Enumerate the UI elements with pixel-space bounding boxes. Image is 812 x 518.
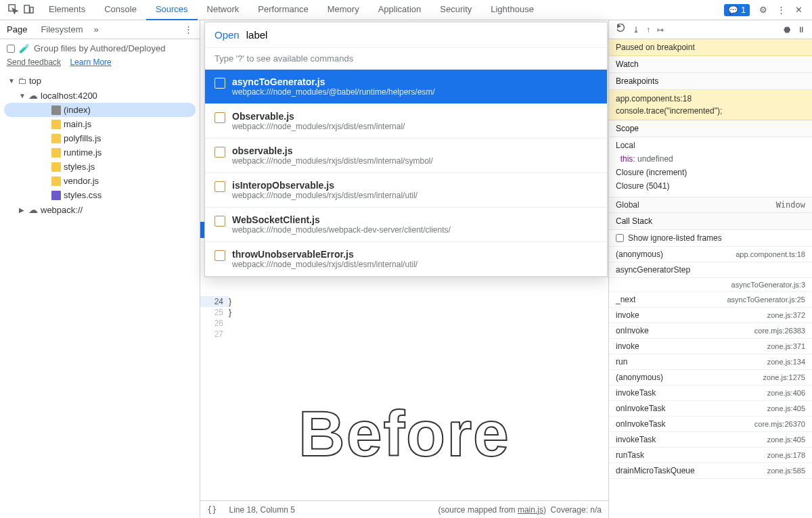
device-toolbar-icon[interactable]: [24, 4, 34, 16]
tree-item[interactable]: (index): [4, 103, 196, 117]
tree-item[interactable]: ▼🗀top: [4, 74, 196, 88]
pretty-print-icon[interactable]: {}: [207, 505, 217, 515]
tree-item[interactable]: polyfills.js: [4, 131, 196, 145]
tab-filesystem[interactable]: Filesystem: [34, 20, 89, 39]
stack-frame[interactable]: _nextasyncToGenerator.js:25: [609, 292, 812, 308]
issues-badge[interactable]: 💬 1: [724, 4, 750, 16]
palette-result[interactable]: observable.jswebpack:///node_modules/rxj…: [205, 139, 607, 173]
file-icon: [215, 78, 225, 89]
tab-security[interactable]: Security: [430, 0, 481, 20]
group-files-toggle[interactable]: 🧪 Group files by Authored/Deployed: [0, 39, 200, 57]
scope-global[interactable]: GlobalWindow: [609, 197, 812, 213]
inspect-element-icon[interactable]: [8, 4, 18, 16]
scope-section[interactable]: Scope: [609, 120, 812, 137]
file-icon: [215, 181, 225, 192]
tab-lighthouse[interactable]: Lighthouse: [481, 0, 543, 20]
tree-item[interactable]: styles.js: [4, 160, 196, 174]
tab-sources[interactable]: Sources: [146, 0, 198, 20]
more-tabs-icon[interactable]: »: [90, 24, 103, 34]
editor-footer: {} Line 18, Column 5 (source mapped from…: [200, 500, 608, 518]
before-overlay: Before: [298, 397, 510, 471]
settings-icon[interactable]: ⚙: [759, 5, 767, 15]
stack-frame[interactable]: invokezone.js:371: [609, 339, 812, 354]
file-icon: [215, 112, 225, 123]
navigator-menu-icon[interactable]: ⋮: [177, 24, 200, 34]
stack-frame[interactable]: onInvokecore.mjs:26383: [609, 323, 812, 339]
tab-page[interactable]: Page: [0, 20, 34, 39]
breakpoints-section[interactable]: Breakpoints: [609, 73, 812, 90]
breakpoint-detail[interactable]: app.component.ts:18 console.trace("incre…: [609, 90, 812, 120]
stack-frame[interactable]: invokezone.js:372: [609, 308, 812, 323]
command-palette: Open Type '?' to see available commands …: [204, 22, 608, 277]
stack-frame[interactable]: invokeTaskzone.js:406: [609, 385, 812, 401]
tab-elements[interactable]: Elements: [39, 0, 95, 20]
palette-hint: Type '?' to see available commands: [205, 48, 607, 70]
code-area[interactable]: }}: [229, 296, 231, 318]
pause-icon[interactable]: ⏸: [797, 25, 805, 34]
debugger-panel: ⤓ ↑ ↦ ⬣ ⏸ Paused on breakpoint Watch Bre…: [609, 20, 812, 518]
palette-result[interactable]: WebSocketClient.jswebpack:///node_module…: [205, 208, 607, 242]
scope-closure-2[interactable]: Closure (5041): [616, 179, 805, 193]
close-icon[interactable]: ✕: [795, 5, 803, 15]
stack-frame[interactable]: (anonymous)zone.js:1275: [609, 370, 812, 385]
open-prefix: Open: [215, 29, 240, 41]
scope-closure-1[interactable]: Closure (increment): [616, 166, 805, 179]
devtools-tab-strip: ElementsConsoleSourcesNetworkPerformance…: [0, 0, 812, 20]
navigator-tabs: Page Filesystem » ⋮: [0, 20, 200, 39]
deactivate-breakpoints-icon[interactable]: ⬣: [784, 25, 790, 34]
stack-frame[interactable]: (anonymous)app.component.ts:18: [609, 247, 812, 262]
watch-section[interactable]: Watch: [609, 56, 812, 73]
scope-local[interactable]: Local: [616, 139, 805, 152]
stack-frame[interactable]: drainMicroTaskQueuezone.js:585: [609, 463, 812, 479]
resume-icon[interactable]: [616, 24, 626, 36]
stack-frame[interactable]: asyncGeneratorStep: [609, 262, 812, 278]
file-icon: [215, 147, 225, 158]
stack-frame[interactable]: onInvokeTaskzone.js:405: [609, 401, 812, 417]
show-ignored-checkbox[interactable]: [616, 234, 624, 242]
tree-item[interactable]: vendor.js: [4, 174, 196, 188]
scope-body: Local this: undefined Closure (increment…: [609, 137, 812, 197]
paused-banner: Paused on breakpoint: [609, 39, 812, 56]
callstack-section[interactable]: Call Stack: [609, 213, 812, 230]
palette-results: asyncToGenerator.jswebpack:///node_modul…: [205, 70, 607, 277]
group-files-checkbox[interactable]: [7, 45, 15, 53]
file-icon: [215, 250, 225, 261]
palette-result[interactable]: isInteropObservable.jswebpack:///node_mo…: [205, 173, 607, 208]
stack-frame[interactable]: asyncToGenerator.js:3: [609, 278, 812, 292]
mapped-file-link[interactable]: main.js: [518, 505, 543, 515]
tab-console[interactable]: Console: [95, 0, 146, 20]
kebab-menu-icon[interactable]: ⋮: [777, 5, 786, 15]
tab-application[interactable]: Application: [369, 0, 431, 20]
palette-result[interactable]: asyncToGenerator.jswebpack:///node_modul…: [205, 70, 607, 104]
scope-this: this: undefined: [616, 152, 805, 166]
tab-memory[interactable]: Memory: [318, 0, 369, 20]
experiment-icon: 🧪: [19, 43, 30, 53]
file-tree: ▼🗀top▼☁localhost:4200(index)main.jspolyf…: [0, 71, 200, 220]
svg-rect-2: [30, 7, 33, 12]
send-feedback-link[interactable]: Send feedback: [7, 57, 61, 67]
source-map-info: (source mapped from main.js) Coverage: n…: [438, 505, 602, 515]
show-ignored-frames[interactable]: Show ignore-listed frames: [609, 230, 812, 247]
debugger-toolbar: ⤓ ↑ ↦ ⬣ ⏸: [609, 20, 812, 39]
tree-item[interactable]: ▼☁localhost:4200: [4, 88, 196, 103]
palette-result[interactable]: Observable.jswebpack:///node_modules/rxj…: [205, 104, 607, 139]
stack-frame[interactable]: invokeTaskzone.js:405: [609, 432, 812, 448]
tree-item[interactable]: main.js: [4, 117, 196, 131]
navigator-sidebar: Page Filesystem » ⋮ 🧪 Group files by Aut…: [0, 20, 200, 518]
tab-network[interactable]: Network: [198, 0, 249, 20]
palette-input[interactable]: [246, 29, 597, 41]
step-over-icon[interactable]: ⤓: [633, 25, 639, 34]
tree-item[interactable]: ▶☁webpack://: [4, 202, 196, 217]
svg-rect-1: [24, 5, 30, 12]
step-into-icon[interactable]: ↑: [646, 25, 650, 34]
stack-frame[interactable]: runzone.js:134: [609, 354, 812, 370]
tab-performance[interactable]: Performance: [248, 0, 317, 20]
tree-item[interactable]: runtime.js: [4, 145, 196, 160]
stack-frame[interactable]: runTaskzone.js:178: [609, 448, 812, 463]
file-icon: [215, 216, 225, 227]
step-out-icon[interactable]: ↦: [657, 25, 664, 34]
stack-frame[interactable]: onInvokeTaskcore.mjs:26370: [609, 417, 812, 432]
learn-more-link[interactable]: Learn More: [70, 57, 111, 67]
tree-item[interactable]: styles.css: [4, 188, 196, 202]
palette-result[interactable]: throwUnobservableError.jswebpack:///node…: [205, 242, 607, 277]
